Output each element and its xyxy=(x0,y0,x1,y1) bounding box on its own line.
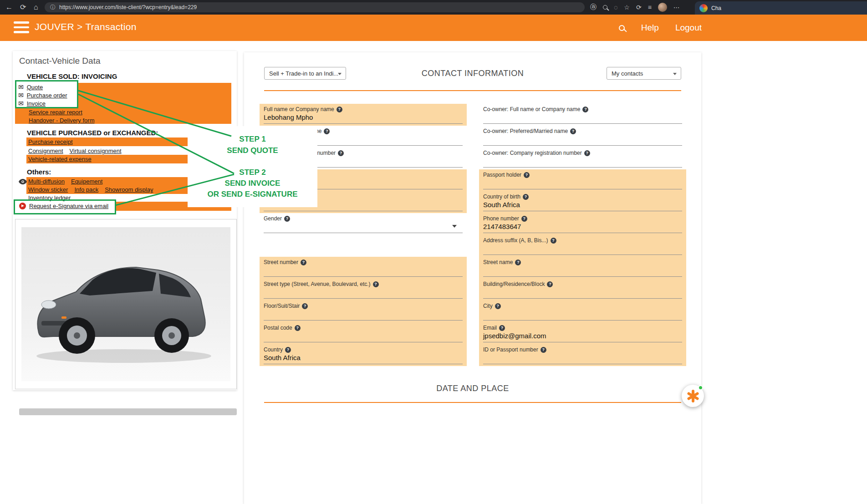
field-label: Full name or Company name xyxy=(264,106,334,112)
help-icon[interactable]: ? xyxy=(295,325,301,331)
service-repair-link[interactable]: Service repair report xyxy=(29,109,82,116)
annotation-step2-text: SEND INVOICE xyxy=(188,179,317,188)
help-link[interactable]: Help xyxy=(641,23,659,33)
help-icon[interactable]: ? xyxy=(524,172,530,178)
browser-chrome: ← ⟳ ⌂ ⓘ https://www.jouver.com/liste-cli… xyxy=(0,0,867,15)
help-icon[interactable]: ? xyxy=(547,281,553,287)
field-phone-number[interactable]: Phone number? 2147483647 xyxy=(479,213,686,235)
section-rule xyxy=(264,402,681,403)
sync-icon[interactable]: ⟳ xyxy=(636,4,642,11)
window-sticker-link[interactable]: Window sticker xyxy=(28,186,68,193)
field-label: Country xyxy=(264,346,283,353)
favorite-icon[interactable]: ☆ xyxy=(624,4,630,11)
reading-list-icon[interactable]: ≡ xyxy=(648,4,652,11)
logout-link[interactable]: Logout xyxy=(675,23,702,33)
eye-icon[interactable] xyxy=(19,179,27,184)
help-icon[interactable]: ? xyxy=(551,238,556,244)
more-menu-icon[interactable]: ⋯ xyxy=(673,4,680,11)
field-passport-holder[interactable]: Passport holder? xyxy=(479,169,686,191)
showroom-display-link[interactable]: Showroom display xyxy=(105,186,153,193)
field-value: South Africa xyxy=(479,201,686,209)
field-label: Gender xyxy=(264,215,282,222)
field-street-name[interactable]: Street name? xyxy=(479,257,686,279)
page-title: JOUVER > Transaction xyxy=(35,21,137,32)
field-co-owner-preferred-name[interactable]: Co-owner: Preferred/Married name? xyxy=(479,126,686,148)
url-bar[interactable]: ⓘ https://www.jouver.com/liste-client/?w… xyxy=(45,2,585,12)
handover-link[interactable]: Handover - Delivery form xyxy=(29,117,95,124)
field-address-suffix[interactable]: Address suffix (A, B, Bis...)? xyxy=(479,235,686,257)
field-street-type[interactable]: Street type (Street, Avenue, Boulevard, … xyxy=(260,279,467,300)
help-icon[interactable]: ? xyxy=(337,107,342,112)
field-email[interactable]: Email? jpsedbiz@gmail.com xyxy=(479,322,686,344)
field-label: ID or Passport number xyxy=(483,346,538,353)
background-window-title: Cha xyxy=(711,5,721,11)
info-pack-link[interactable]: Info pack xyxy=(74,186,98,193)
help-icon[interactable]: ? xyxy=(301,260,306,265)
chat-widget-button[interactable] xyxy=(682,385,704,407)
section-heading-purchased: VEHICLE PURCHASED or EXCHANGED: xyxy=(27,129,158,137)
field-label: Building/Residence/Block xyxy=(483,281,545,287)
help-icon[interactable]: ? xyxy=(338,150,344,156)
virtual-consignment-link[interactable]: Virtual consignment xyxy=(70,148,122,154)
section-heading-others: Others: xyxy=(27,168,51,176)
help-icon[interactable]: ? xyxy=(284,216,290,222)
field-label: Street name xyxy=(483,259,513,265)
field-co-owner-full-name[interactable]: Co-owner: Full name or Company name? xyxy=(479,104,686,126)
app-header: JOUVER > Transaction Help Logout xyxy=(0,15,867,41)
split-screen-icon[interactable]: ◌ xyxy=(614,4,617,11)
field-full-name[interactable]: Full name or Company name? Lebohang Mpho xyxy=(260,104,467,126)
field-country[interactable]: Country? South Africa xyxy=(260,344,467,366)
help-icon[interactable]: ? xyxy=(495,303,501,309)
field-label: Email xyxy=(483,325,497,331)
profile-avatar[interactable] xyxy=(658,3,667,12)
site-info-icon[interactable]: ⓘ xyxy=(50,4,56,11)
help-icon[interactable]: ? xyxy=(570,128,576,134)
annotation-step2-title: STEP 2 xyxy=(188,168,317,177)
zoom-icon[interactable] xyxy=(603,5,607,10)
multi-diffusion-link[interactable]: Multi-diffusion xyxy=(28,178,65,185)
field-label: Phone number xyxy=(483,215,519,222)
consignment-link[interactable]: Consignment xyxy=(28,148,63,154)
search-icon[interactable] xyxy=(619,25,625,31)
field-gender[interactable]: Gender? xyxy=(260,213,467,235)
field-value: 2147483647 xyxy=(479,223,686,230)
field-postal-code[interactable]: Postal code? xyxy=(260,322,467,344)
vehicle-photo xyxy=(21,227,230,381)
help-icon[interactable]: ? xyxy=(584,150,590,156)
back-icon[interactable]: ← xyxy=(5,2,13,12)
url-text: https://www.jouver.com/liste-client/?wcp… xyxy=(59,4,197,10)
field-country-of-birth[interactable]: Country of birth? South Africa xyxy=(479,191,686,213)
date-and-place-heading: DATE AND PLACE xyxy=(244,384,701,393)
equipement-link[interactable]: Equipement xyxy=(71,178,102,185)
field-label: Co-owner: Full name or Company name xyxy=(483,106,580,112)
left-panel-scrollbar[interactable] xyxy=(19,408,237,415)
translate-icon[interactable]: ⓐ xyxy=(590,3,597,11)
field-id-passport[interactable]: ID or Passport number? xyxy=(479,344,686,366)
visibility-row xyxy=(19,179,27,184)
field-floor[interactable]: Floor/Suit/Stair? xyxy=(260,300,467,322)
help-icon[interactable]: ? xyxy=(515,260,521,265)
help-icon[interactable]: ? xyxy=(521,216,527,222)
background-window-corner[interactable]: Cha xyxy=(695,1,867,15)
field-city[interactable]: City? xyxy=(479,300,686,322)
help-icon[interactable]: ? xyxy=(541,347,546,353)
help-icon[interactable]: ? xyxy=(285,347,291,353)
field-building[interactable]: Building/Residence/Block? xyxy=(479,279,686,300)
online-status-dot xyxy=(698,385,703,390)
left-panel-title: Contact-Vehicle Data xyxy=(19,56,101,66)
help-icon[interactable]: ? xyxy=(523,194,529,200)
home-icon[interactable]: ⌂ xyxy=(34,2,38,12)
field-street-number[interactable]: Street number? xyxy=(260,257,467,279)
chevron-down-icon[interactable] xyxy=(452,225,457,228)
purchase-receipt-link[interactable]: Purchase receipt xyxy=(28,138,73,145)
help-icon[interactable]: ? xyxy=(373,281,379,287)
help-icon[interactable]: ? xyxy=(499,325,505,331)
field-co-owner-company-registration[interactable]: Co-owner: Company registration number? xyxy=(479,148,686,169)
vehicle-expense-link[interactable]: Vehicle-related expense xyxy=(28,156,92,163)
help-icon[interactable]: ? xyxy=(302,303,308,309)
help-icon[interactable]: ? xyxy=(324,128,330,134)
help-icon[interactable]: ? xyxy=(582,107,588,112)
reload-icon[interactable]: ⟳ xyxy=(20,2,26,12)
my-contacts-select[interactable]: My contacts xyxy=(607,67,681,80)
hamburger-menu-icon[interactable] xyxy=(14,21,29,34)
